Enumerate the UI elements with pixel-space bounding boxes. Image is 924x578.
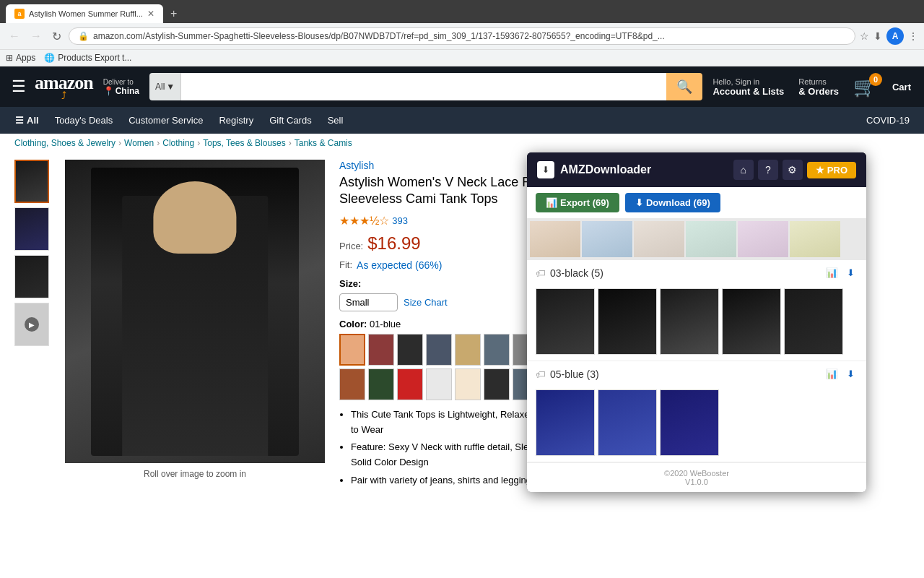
brand-link[interactable]: Astylish (339, 160, 374, 171)
excel-export-blue[interactable]: 📊 (823, 367, 841, 381)
profile-avatar[interactable]: A (886, 27, 904, 45)
zoom-hint: Roll over image to zoom in (65, 469, 325, 479)
swatch-04[interactable] (426, 334, 452, 366)
download-black[interactable]: ⬇ (844, 266, 858, 280)
nav-sell[interactable]: Sell (320, 110, 352, 131)
address-bar[interactable]: 🔒 amazon.com/Astylish-Summer-Spaghetti-S… (69, 27, 855, 45)
amz-popup-title: AMZDownloader (560, 163, 651, 176)
amazon-logo[interactable]: amazon ⤴ (35, 72, 93, 101)
strip-img-1[interactable] (530, 221, 580, 257)
thumbnail-video[interactable]: ▶ (14, 303, 49, 346)
strip-img-6[interactable] (790, 221, 840, 257)
download-btn[interactable]: ⬇ (873, 30, 882, 42)
size-selector[interactable]: Small Medium Large X-Large (339, 293, 398, 311)
amz-export-btn[interactable]: 📊 Export (69) (536, 193, 619, 212)
swatch-10[interactable] (339, 368, 365, 400)
swatch-15[interactable] (484, 368, 510, 400)
strip-img-5[interactable] (738, 221, 788, 257)
excel-export-black[interactable]: 📊 (823, 266, 841, 280)
strip-img-2[interactable] (582, 221, 632, 257)
amz-popup-logo: ⬇ AMZDownloader (537, 161, 651, 178)
blue-img-1[interactable] (536, 389, 595, 456)
swatch-05[interactable] (455, 334, 481, 366)
search-category-dropdown[interactable]: All ▼ (149, 73, 181, 100)
nav-customer-service[interactable]: Customer Service (121, 110, 211, 131)
cart-count: 0 (869, 73, 882, 86)
bookmark-btn[interactable]: ☆ (860, 30, 869, 42)
thumbnail-1[interactable] (14, 160, 49, 203)
download-blue[interactable]: ⬇ (844, 367, 858, 381)
cart-btn[interactable]: 🛒 0 Cart (849, 73, 915, 101)
blue-img-2[interactable] (598, 389, 657, 456)
black-img-3[interactable] (660, 288, 719, 355)
bookmarks-bar: ⊞ Apps 🌐 Products Export t... (0, 50, 924, 66)
amz-settings-btn[interactable]: ⚙ (783, 160, 803, 180)
account-menu[interactable]: Hello, Sign in Account & Lists (708, 74, 788, 100)
amz-section-title-black: 🏷 03-black (5) (536, 267, 603, 279)
amz-section-actions-blue: 📊 ⬇ (823, 367, 858, 381)
amz-section-actions-black: 📊 ⬇ (823, 266, 858, 280)
swatch-01[interactable] (339, 334, 365, 366)
returns-menu[interactable]: Returns & Orders (794, 74, 843, 100)
deliver-to[interactable]: Deliver to 📍 China (99, 75, 144, 99)
strip-img-4[interactable] (686, 221, 736, 257)
black-img-2[interactable] (598, 288, 657, 355)
thumbnail-3[interactable] (14, 255, 49, 298)
breadcrumb-women[interactable]: Women (124, 138, 154, 148)
bookmark-icon: 🌐 (44, 53, 55, 63)
tab-close-btn[interactable]: ✕ (147, 9, 154, 19)
nav-registry[interactable]: Registry (211, 110, 261, 131)
amz-home-btn[interactable]: ⌂ (733, 160, 754, 180)
strip-img-3[interactable] (634, 221, 684, 257)
new-tab-btn[interactable]: + (165, 4, 183, 23)
search-input[interactable] (181, 73, 666, 100)
size-chart-link[interactable]: Size Chart (404, 297, 448, 308)
black-img-5[interactable] (784, 288, 843, 355)
search-button[interactable]: 🔍 (666, 73, 702, 100)
amz-help-btn[interactable]: ? (758, 160, 778, 180)
browser-chrome: a Astylish Women Summer Ruffl... ✕ + ← →… (0, 0, 924, 66)
active-tab[interactable]: a Astylish Women Summer Ruffl... ✕ (6, 4, 163, 23)
black-img-4[interactable] (722, 288, 781, 355)
thumbnail-2[interactable] (14, 207, 49, 251)
swatch-13[interactable] (426, 368, 452, 400)
bookmarks-apps[interactable]: ⊞ Apps (6, 53, 35, 63)
url-text: amazon.com/Astylish-Summer-Spaghetti-Sle… (93, 31, 665, 41)
amz-pro-btn[interactable]: ★ PRO (807, 162, 856, 178)
swatch-06[interactable] (484, 334, 510, 366)
forward-btn[interactable]: → (27, 28, 45, 44)
cart-label: Cart (892, 82, 911, 92)
fit-value[interactable]: As expected (66%) (357, 259, 442, 271)
nav-covid[interactable]: COVID-19 (859, 111, 917, 130)
swatch-14[interactable] (455, 368, 481, 400)
swatch-11[interactable] (368, 368, 394, 400)
nav-all[interactable]: ☰ All (7, 110, 47, 131)
hamburger-menu[interactable]: ☰ (9, 74, 29, 99)
refresh-btn[interactable]: ↻ (49, 28, 64, 45)
amz-footer-copyright: ©2020 WeBooster (533, 469, 860, 478)
amz-downloader-popup: ⬇ AMZDownloader ⌂ ? ⚙ ★ PRO 📊 Export (69… (527, 152, 866, 492)
swatch-03[interactable] (397, 334, 423, 366)
breadcrumb-clothing[interactable]: Clothing (162, 138, 194, 148)
swatch-12[interactable] (397, 368, 423, 400)
bookmarks-products-export[interactable]: 🌐 Products Export t... (44, 53, 131, 63)
blue-img-3[interactable] (660, 389, 719, 456)
price-label: Price: (339, 241, 363, 251)
review-count[interactable]: 393 (392, 215, 408, 226)
main-product-image[interactable] (65, 160, 325, 463)
amz-download-btn[interactable]: ⬇ Download (69) (625, 193, 720, 212)
menu-btn[interactable]: ⋮ (908, 30, 918, 42)
amz-popup-footer: ©2020 WeBooster V1.0.0 (527, 462, 866, 492)
back-btn[interactable]: ← (6, 28, 23, 44)
account-label-bottom: Account & Lists (712, 86, 784, 97)
dropdown-arrow: ▼ (166, 82, 175, 92)
black-img-1[interactable] (536, 288, 595, 355)
nav-gift-cards[interactable]: Gift Cards (261, 110, 320, 131)
breadcrumb-clothing-shoes[interactable]: Clothing, Shoes & Jewelry (14, 138, 116, 148)
swatch-02[interactable] (368, 334, 394, 366)
browser-toolbar: ← → ↻ 🔒 amazon.com/Astylish-Summer-Spagh… (0, 23, 924, 50)
breadcrumb-tops-tees[interactable]: Tops, Tees & Blouses (203, 138, 286, 148)
nav-todays-deals[interactable]: Today's Deals (47, 110, 121, 131)
deliver-to-label: Deliver to (103, 78, 139, 86)
breadcrumb-tanks-camis[interactable]: Tanks & Camis (295, 138, 352, 148)
